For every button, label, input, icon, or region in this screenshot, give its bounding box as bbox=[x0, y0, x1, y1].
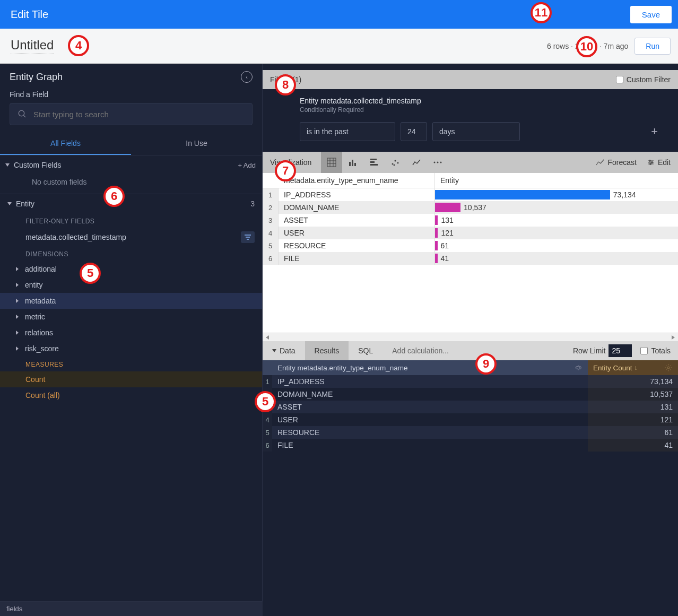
forecast-button[interactable]: Forecast bbox=[596, 158, 636, 167]
chevron-right-icon bbox=[16, 315, 19, 319]
svg-rect-13 bbox=[370, 159, 377, 160]
explorer-title: Entity Graph bbox=[10, 72, 63, 83]
viz-column-icon[interactable] bbox=[363, 152, 385, 173]
chevron-right-icon bbox=[16, 346, 19, 351]
row-limit-input[interactable] bbox=[609, 344, 632, 357]
row-limit-label: Row Limit bbox=[573, 346, 605, 355]
viz-line-icon[interactable] bbox=[406, 152, 427, 173]
filters-bar[interactable]: Filters (1) Custom Filter bbox=[263, 70, 678, 89]
measure-count[interactable]: Count bbox=[0, 371, 262, 387]
result-row[interactable]: 4USER121 bbox=[263, 413, 678, 426]
svg-point-19 bbox=[394, 164, 395, 166]
results-col2-header[interactable]: Entity Count↓ bbox=[588, 360, 678, 375]
viz-table-icon[interactable] bbox=[321, 152, 342, 173]
svg-rect-5 bbox=[327, 158, 336, 167]
no-custom-fields: No custom fields bbox=[0, 175, 262, 194]
chevron-down-icon bbox=[7, 202, 12, 205]
result-row[interactable]: 6FILE41 bbox=[263, 439, 678, 452]
callout-5b: 5 bbox=[255, 391, 276, 412]
topbar-title: Edit Tile bbox=[11, 8, 48, 21]
tab-all-fields[interactable]: All Fields bbox=[0, 133, 131, 155]
checkbox-icon[interactable] bbox=[616, 76, 623, 83]
gear-icon[interactable] bbox=[574, 363, 583, 372]
svg-point-29 bbox=[667, 367, 670, 369]
search-box[interactable] bbox=[10, 103, 253, 125]
filter-subtitle: Conditionally Required bbox=[300, 106, 667, 114]
dimension-metadata[interactable]: metadata bbox=[0, 293, 262, 309]
tab-in-use[interactable]: In Use bbox=[131, 133, 262, 155]
filter-title: Entity metadata.collected_timestamp bbox=[300, 97, 667, 105]
find-field-label: Find a Field bbox=[0, 88, 262, 103]
dimension-entity[interactable]: entity bbox=[0, 277, 262, 293]
callout-11: 11 bbox=[531, 2, 552, 23]
topbar: Edit Tile Save bbox=[0, 0, 678, 29]
custom-filter-toggle[interactable]: Custom Filter bbox=[616, 75, 671, 84]
callout-10: 10 bbox=[576, 36, 597, 57]
tab-sql[interactable]: SQL bbox=[349, 341, 383, 360]
horizontal-scrollbar[interactable] bbox=[263, 333, 678, 341]
viz-bar-icon[interactable] bbox=[342, 152, 363, 173]
custom-fields-header[interactable]: Custom Fields + Add bbox=[0, 155, 262, 175]
svg-point-22 bbox=[440, 162, 442, 163]
collapse-panel-icon[interactable]: ‹ bbox=[241, 71, 253, 83]
callout-7: 7 bbox=[275, 160, 296, 181]
viz-scatter-icon[interactable] bbox=[385, 152, 406, 173]
visualization-bar: Visualization Forecast Edit bbox=[263, 152, 678, 173]
svg-point-20 bbox=[434, 162, 436, 163]
chevron-right-icon bbox=[16, 331, 19, 335]
left-panel: Entity Graph ‹ Find a Field All Fields I… bbox=[0, 64, 263, 616]
viz-row: 4USER121 bbox=[263, 227, 678, 239]
viz-more-icon[interactable] bbox=[427, 152, 448, 173]
svg-point-27 bbox=[651, 162, 653, 163]
callout-9: 9 bbox=[475, 353, 497, 375]
gear-icon[interactable] bbox=[664, 363, 673, 372]
dimension-additional[interactable]: additional bbox=[0, 261, 262, 277]
add-custom-field-button[interactable]: + Add bbox=[238, 161, 256, 169]
tile-name-input[interactable]: Untitled bbox=[11, 38, 54, 54]
save-button[interactable]: Save bbox=[630, 6, 672, 23]
filter-value-input[interactable]: 24 bbox=[401, 122, 427, 141]
viz-col1-header[interactable]: metadata.entity_type_enum_name bbox=[279, 173, 435, 188]
search-icon bbox=[18, 109, 27, 119]
result-row[interactable]: 3ASSET131 bbox=[263, 401, 678, 413]
tab-results[interactable]: Results bbox=[305, 341, 349, 360]
filter-unit-select[interactable]: days bbox=[432, 122, 520, 141]
add-filter-icon[interactable]: + bbox=[651, 125, 658, 138]
entity-header[interactable]: Entity 3 bbox=[0, 194, 262, 213]
measure-count-all[interactable]: Count (all) bbox=[0, 387, 262, 403]
dimension-risk_score[interactable]: risk_score bbox=[0, 341, 262, 357]
measures-label: MEASURES bbox=[0, 357, 262, 371]
dimension-relations[interactable]: relations bbox=[0, 325, 262, 341]
dimensions-label: DIMENSIONS bbox=[0, 246, 262, 261]
chevron-right-icon bbox=[16, 267, 19, 271]
viz-col2-header[interactable]: Entity bbox=[435, 173, 678, 188]
svg-point-0 bbox=[19, 110, 24, 116]
filter-operator-select[interactable]: is in the past bbox=[300, 122, 395, 141]
filter-field-collected-timestamp[interactable]: metadata.collected_timestamp bbox=[0, 228, 262, 246]
chevron-right-icon bbox=[16, 283, 19, 287]
add-calculation-button[interactable]: Add calculation... bbox=[383, 341, 458, 360]
filter-icon[interactable] bbox=[241, 231, 255, 243]
callout-4: 4 bbox=[68, 35, 89, 56]
result-row[interactable]: 2DOMAIN_NAME10,537 bbox=[263, 388, 678, 401]
svg-point-17 bbox=[395, 160, 396, 162]
data-bar: Data Results SQL Add calculation... Row … bbox=[263, 341, 678, 360]
results-col1-header[interactable]: Entity metadata.entity_type_enum_name bbox=[272, 360, 588, 375]
search-input[interactable] bbox=[33, 110, 245, 119]
svg-rect-11 bbox=[352, 160, 353, 166]
run-button[interactable]: Run bbox=[634, 38, 671, 55]
result-row[interactable]: 5RESOURCE61 bbox=[263, 426, 678, 439]
checkbox-icon[interactable] bbox=[640, 347, 648, 354]
result-row[interactable]: 1IP_ADDRESS73,134 bbox=[263, 375, 678, 388]
viz-edit-button[interactable]: Edit bbox=[647, 158, 671, 167]
svg-point-16 bbox=[392, 163, 394, 165]
totals-toggle[interactable]: Totals bbox=[640, 346, 671, 355]
chevron-down-icon bbox=[272, 349, 276, 352]
dimension-metric[interactable]: metric bbox=[0, 309, 262, 325]
viz-table: metadata.entity_type_enum_name Entity 1I… bbox=[263, 173, 678, 341]
chevron-right-icon bbox=[16, 299, 19, 303]
svg-point-21 bbox=[437, 162, 439, 163]
viz-row: 6FILE41 bbox=[263, 252, 678, 265]
svg-rect-10 bbox=[349, 162, 351, 166]
tab-data[interactable]: Data bbox=[263, 341, 305, 360]
